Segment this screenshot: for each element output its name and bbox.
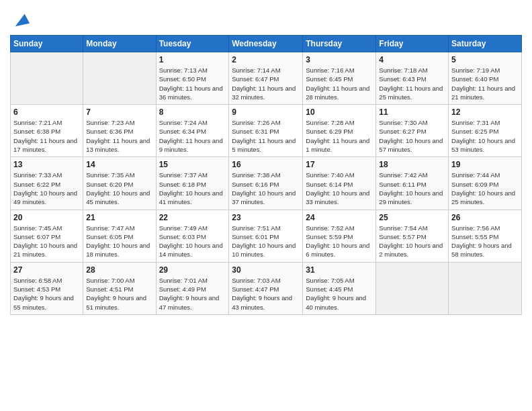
day-number: 29 xyxy=(159,265,226,275)
calendar-cell: 31Sunrise: 7:05 AMSunset: 4:45 PMDayligh… xyxy=(303,262,376,314)
calendar-cell: 1Sunrise: 7:13 AMSunset: 6:50 PMDaylight… xyxy=(156,52,229,105)
day-number: 28 xyxy=(86,265,152,275)
calendar-cell: 28Sunrise: 7:00 AMSunset: 4:51 PMDayligh… xyxy=(83,262,156,314)
calendar-cell: 20Sunrise: 7:45 AMSunset: 6:07 PMDayligh… xyxy=(11,210,83,262)
calendar-cell: 18Sunrise: 7:42 AMSunset: 6:11 PMDayligh… xyxy=(376,157,449,210)
calendar-cell: 9Sunrise: 7:26 AMSunset: 6:31 PMDaylight… xyxy=(229,105,303,157)
day-info: Sunrise: 7:16 AMSunset: 6:45 PMDaylight:… xyxy=(306,66,373,101)
day-info: Sunrise: 7:05 AMSunset: 4:45 PMDaylight:… xyxy=(306,276,373,312)
day-info: Sunrise: 7:40 AMSunset: 6:14 PMDaylight:… xyxy=(306,171,373,206)
calendar-week-row: 13Sunrise: 7:33 AMSunset: 6:22 PMDayligh… xyxy=(11,157,522,210)
calendar-cell xyxy=(11,52,83,105)
calendar-cell xyxy=(449,262,522,314)
calendar-cell: 12Sunrise: 7:31 AMSunset: 6:25 PMDayligh… xyxy=(449,105,522,157)
day-info: Sunrise: 7:00 AMSunset: 4:51 PMDaylight:… xyxy=(86,276,152,312)
day-info: Sunrise: 7:30 AMSunset: 6:27 PMDaylight:… xyxy=(379,118,445,154)
day-number: 18 xyxy=(379,160,445,169)
day-number: 20 xyxy=(13,213,80,222)
calendar-week-row: 6Sunrise: 7:21 AMSunset: 6:38 PMDaylight… xyxy=(11,105,522,157)
calendar-cell: 11Sunrise: 7:30 AMSunset: 6:27 PMDayligh… xyxy=(376,105,449,157)
day-info: Sunrise: 6:58 AMSunset: 4:53 PMDaylight:… xyxy=(13,276,80,312)
day-number: 30 xyxy=(232,265,300,275)
calendar-cell xyxy=(376,262,449,314)
calendar-cell: 30Sunrise: 7:03 AMSunset: 4:47 PMDayligh… xyxy=(229,262,303,314)
column-header-wednesday: Wednesday xyxy=(229,36,303,52)
calendar-week-row: 27Sunrise: 6:58 AMSunset: 4:53 PMDayligh… xyxy=(11,262,522,314)
day-number: 27 xyxy=(13,265,80,275)
day-info: Sunrise: 7:38 AMSunset: 6:16 PMDaylight:… xyxy=(232,171,300,206)
day-number: 25 xyxy=(379,213,445,222)
page-header xyxy=(10,7,522,30)
calendar-week-row: 20Sunrise: 7:45 AMSunset: 6:07 PMDayligh… xyxy=(11,210,522,262)
calendar-cell: 5Sunrise: 7:19 AMSunset: 6:40 PMDaylight… xyxy=(449,52,522,105)
day-number: 17 xyxy=(306,160,373,169)
day-number: 7 xyxy=(86,107,152,117)
day-number: 5 xyxy=(451,55,519,64)
day-info: Sunrise: 7:51 AMSunset: 6:01 PMDaylight:… xyxy=(232,224,300,259)
day-number: 13 xyxy=(13,160,80,169)
day-info: Sunrise: 7:52 AMSunset: 5:59 PMDaylight:… xyxy=(306,224,373,259)
day-number: 3 xyxy=(306,55,373,64)
calendar-cell: 21Sunrise: 7:47 AMSunset: 6:05 PMDayligh… xyxy=(83,210,156,262)
day-number: 10 xyxy=(306,107,373,117)
day-number: 22 xyxy=(159,213,226,222)
day-info: Sunrise: 7:26 AMSunset: 6:31 PMDaylight:… xyxy=(232,118,300,154)
day-number: 26 xyxy=(451,213,519,222)
day-number: 11 xyxy=(379,107,445,117)
calendar-cell: 23Sunrise: 7:51 AMSunset: 6:01 PMDayligh… xyxy=(229,210,303,262)
column-header-sunday: Sunday xyxy=(11,36,83,52)
column-header-monday: Monday xyxy=(83,36,156,52)
day-info: Sunrise: 7:49 AMSunset: 6:03 PMDaylight:… xyxy=(159,224,226,259)
calendar-cell xyxy=(83,52,156,105)
day-number: 9 xyxy=(232,107,300,117)
day-number: 23 xyxy=(232,213,300,222)
day-info: Sunrise: 7:01 AMSunset: 4:49 PMDaylight:… xyxy=(159,276,226,312)
calendar-cell: 15Sunrise: 7:37 AMSunset: 6:18 PMDayligh… xyxy=(156,157,229,210)
day-info: Sunrise: 7:37 AMSunset: 6:18 PMDaylight:… xyxy=(159,171,226,206)
calendar-table: SundayMondayTuesdayWednesdayThursdayFrid… xyxy=(10,35,522,315)
calendar-cell: 8Sunrise: 7:24 AMSunset: 6:34 PMDaylight… xyxy=(156,105,229,157)
svg-marker-0 xyxy=(15,14,30,27)
day-info: Sunrise: 7:19 AMSunset: 6:40 PMDaylight:… xyxy=(451,66,519,101)
calendar-cell: 27Sunrise: 6:58 AMSunset: 4:53 PMDayligh… xyxy=(11,262,83,314)
day-info: Sunrise: 7:24 AMSunset: 6:34 PMDaylight:… xyxy=(159,118,226,154)
day-info: Sunrise: 7:44 AMSunset: 6:09 PMDaylight:… xyxy=(451,171,519,206)
day-info: Sunrise: 7:28 AMSunset: 6:29 PMDaylight:… xyxy=(306,118,373,154)
day-number: 24 xyxy=(306,213,373,222)
calendar-cell: 24Sunrise: 7:52 AMSunset: 5:59 PMDayligh… xyxy=(303,210,376,262)
day-info: Sunrise: 7:03 AMSunset: 4:47 PMDaylight:… xyxy=(232,276,300,312)
day-info: Sunrise: 7:13 AMSunset: 6:50 PMDaylight:… xyxy=(159,66,226,101)
day-info: Sunrise: 7:42 AMSunset: 6:11 PMDaylight:… xyxy=(379,171,445,206)
calendar-cell: 17Sunrise: 7:40 AMSunset: 6:14 PMDayligh… xyxy=(303,157,376,210)
calendar-cell: 2Sunrise: 7:14 AMSunset: 6:47 PMDaylight… xyxy=(229,52,303,105)
day-number: 4 xyxy=(379,55,445,64)
day-info: Sunrise: 7:45 AMSunset: 6:07 PMDaylight:… xyxy=(13,224,80,259)
calendar-header-row: SundayMondayTuesdayWednesdayThursdayFrid… xyxy=(11,36,522,52)
day-info: Sunrise: 7:33 AMSunset: 6:22 PMDaylight:… xyxy=(13,171,80,206)
day-info: Sunrise: 7:23 AMSunset: 6:36 PMDaylight:… xyxy=(86,118,152,154)
column-header-friday: Friday xyxy=(376,36,449,52)
day-number: 31 xyxy=(306,265,373,275)
calendar-cell: 25Sunrise: 7:54 AMSunset: 5:57 PMDayligh… xyxy=(376,210,449,262)
calendar-cell: 3Sunrise: 7:16 AMSunset: 6:45 PMDaylight… xyxy=(303,52,376,105)
calendar-cell: 13Sunrise: 7:33 AMSunset: 6:22 PMDayligh… xyxy=(11,157,83,210)
column-header-tuesday: Tuesday xyxy=(156,36,229,52)
day-info: Sunrise: 7:21 AMSunset: 6:38 PMDaylight:… xyxy=(13,118,80,154)
day-info: Sunrise: 7:47 AMSunset: 6:05 PMDaylight:… xyxy=(86,224,152,259)
day-number: 6 xyxy=(13,107,80,117)
column-header-thursday: Thursday xyxy=(303,36,376,52)
calendar-cell: 14Sunrise: 7:35 AMSunset: 6:20 PMDayligh… xyxy=(83,157,156,210)
day-info: Sunrise: 7:54 AMSunset: 5:57 PMDaylight:… xyxy=(379,224,445,259)
day-number: 1 xyxy=(159,55,226,64)
day-info: Sunrise: 7:14 AMSunset: 6:47 PMDaylight:… xyxy=(232,66,300,101)
calendar-week-row: 1Sunrise: 7:13 AMSunset: 6:50 PMDaylight… xyxy=(11,52,522,105)
day-number: 16 xyxy=(232,160,300,169)
calendar-cell: 19Sunrise: 7:44 AMSunset: 6:09 PMDayligh… xyxy=(449,157,522,210)
day-number: 12 xyxy=(451,107,519,117)
day-number: 14 xyxy=(86,160,152,169)
calendar-cell: 4Sunrise: 7:18 AMSunset: 6:43 PMDaylight… xyxy=(376,52,449,105)
day-number: 2 xyxy=(232,55,300,64)
day-info: Sunrise: 7:56 AMSunset: 5:55 PMDaylight:… xyxy=(451,224,519,259)
column-header-saturday: Saturday xyxy=(449,36,522,52)
day-info: Sunrise: 7:31 AMSunset: 6:25 PMDaylight:… xyxy=(451,118,519,154)
